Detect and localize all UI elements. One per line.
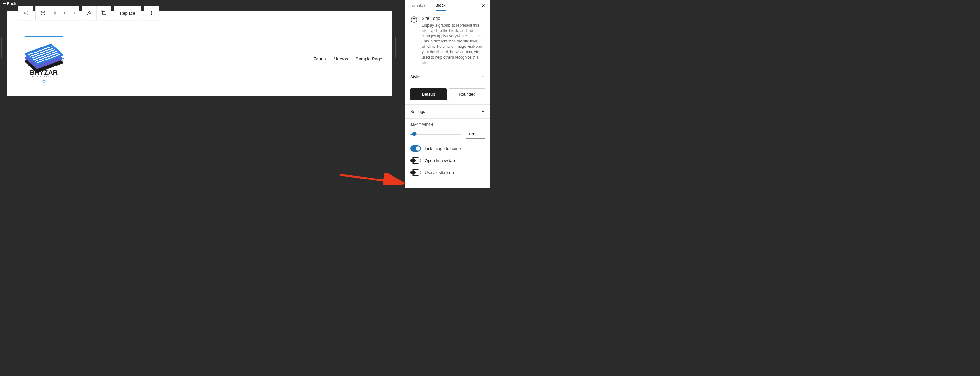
new-tab-row: Open in new tab (410, 155, 485, 166)
drag-icon (53, 11, 57, 15)
new-tab-toggle[interactable] (410, 157, 421, 164)
settings-sidebar: Template Block Site Logo Display a graph… (405, 0, 490, 188)
slider-thumb[interactable] (412, 132, 416, 136)
chevron-left-icon (62, 11, 67, 15)
image-width-input[interactable] (466, 129, 485, 139)
more-options-button[interactable] (144, 6, 159, 20)
style-default-label: Default (422, 92, 435, 97)
tab-template[interactable]: Template (410, 0, 427, 11)
svg-point-8 (151, 11, 152, 12)
more-vertical-icon (148, 10, 154, 16)
site-icon-toggle[interactable] (410, 169, 421, 176)
link-home-label: Link image to home (425, 146, 461, 151)
nav-item[interactable]: Fauna (313, 56, 326, 61)
toolbar-group-more (144, 6, 159, 20)
image-width-label: IMAGE WIDTH (410, 123, 485, 127)
drag-handle[interactable] (50, 6, 60, 20)
nav-item[interactable]: Sample Page (356, 56, 382, 61)
annotation-arrow (338, 173, 408, 185)
svg-point-4 (55, 13, 56, 13)
logo-graphic (28, 41, 60, 70)
replace-button[interactable]: Replace (114, 6, 141, 20)
link-home-toggle[interactable] (410, 145, 421, 151)
sidebar-tabs: Template Block (406, 0, 490, 11)
styles-accordion[interactable]: Styles (406, 70, 490, 84)
chevron-up-icon (481, 110, 485, 114)
svg-point-1 (54, 12, 55, 12)
tab-block-label: Block (436, 3, 446, 8)
alt-text-button[interactable] (82, 6, 97, 20)
svg-point-3 (54, 13, 55, 13)
scroll-indicator (1, 37, 2, 57)
move-next-button[interactable] (69, 6, 79, 20)
back-label: Back (7, 1, 16, 6)
settings-accordion[interactable]: Settings (406, 105, 490, 119)
block-title: Site Logo (422, 16, 485, 21)
svg-point-10 (151, 14, 152, 15)
resize-handle-bottom[interactable] (43, 80, 46, 83)
new-tab-label: Open in new tab (425, 158, 455, 163)
shuffle-icon (22, 10, 29, 16)
block-toolbar: Replace (18, 6, 159, 20)
image-width-slider[interactable] (410, 134, 461, 134)
image-width-control (410, 129, 485, 139)
settings-heading: Settings (410, 109, 425, 114)
chevron-right-icon (72, 11, 76, 15)
back-link[interactable]: Back (3, 1, 16, 6)
link-home-row: Link image to home (410, 142, 485, 155)
crop-icon (101, 10, 107, 16)
crop-button[interactable] (97, 6, 111, 20)
site-logo-block[interactable]: BRYZAR WEB SERVICES (25, 36, 63, 82)
site-icon-label: Use as site icon (425, 170, 454, 175)
back-dash-icon (3, 3, 6, 4)
svg-point-2 (55, 12, 56, 12)
styles-heading: Styles (410, 74, 421, 79)
style-options: Default Rounded (410, 88, 485, 100)
site-logo-icon (410, 16, 418, 24)
block-type-button[interactable] (18, 6, 33, 20)
svg-point-6 (55, 14, 56, 14)
resize-handle-right[interactable] (61, 58, 64, 61)
toolbar-group-nav (35, 6, 79, 20)
tab-block[interactable]: Block (436, 0, 446, 11)
style-rounded-label: Rounded (459, 92, 476, 97)
site-icon-row: Use as site icon (410, 166, 485, 178)
triangle-warn-icon (86, 10, 92, 16)
svg-point-5 (54, 14, 55, 14)
header-nav: Fauna Macros Sample Page (313, 56, 382, 61)
style-rounded[interactable]: Rounded (449, 88, 485, 100)
tab-template-label: Template (410, 3, 427, 8)
toolbar-group-image (82, 6, 111, 20)
close-sidebar-button[interactable] (481, 3, 485, 8)
toolbar-group-block (18, 6, 33, 20)
svg-point-9 (151, 13, 152, 13)
logo-tagline: WEB SERVICES (32, 76, 56, 78)
chevron-up-icon (481, 75, 485, 79)
editor-canvas[interactable]: BRYZAR WEB SERVICES Fauna Macros Sample … (7, 11, 392, 96)
svg-line-12 (340, 175, 404, 183)
block-description: Display a graphic to represent this site… (422, 23, 485, 65)
nav-item[interactable]: Macros (334, 56, 348, 61)
block-info: Site Logo Display a graphic to represent… (410, 16, 485, 65)
scroll-indicator (395, 37, 396, 57)
replace-label: Replace (120, 11, 135, 16)
move-prev-button[interactable] (60, 6, 69, 20)
site-logo-button[interactable] (36, 6, 50, 20)
toolbar-group-replace: Replace (114, 6, 141, 20)
site-logo-icon (40, 10, 46, 16)
style-default[interactable]: Default (410, 88, 447, 100)
